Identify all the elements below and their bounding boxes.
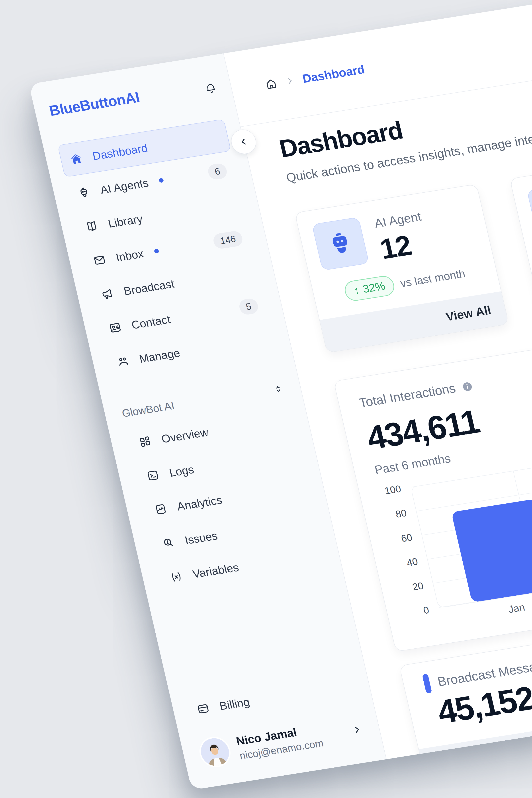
ai-agent-card-main: AI Agent 12 [373, 208, 431, 266]
count-badge: 6 [207, 163, 228, 180]
summary-card-2 [509, 150, 532, 319]
delta-caption: vs last month [399, 267, 467, 290]
book-icon [84, 219, 99, 234]
chevron-up-down-icon [272, 383, 284, 395]
variables-icon [169, 569, 184, 584]
avatar [198, 736, 232, 768]
sidebar-nav: Dashboard AI Agents 6 [57, 119, 278, 380]
sidebar-item-label: Overview [160, 425, 209, 445]
bar-jan [451, 499, 532, 602]
ai-agent-card: AI Agent 12 ↑ 32% vs last month View All [294, 184, 509, 353]
chart-icon [153, 502, 169, 517]
sidebar-item-label: Analytics [176, 493, 224, 513]
total-interactions-card: Total Interactions 434,611 Past 6 months… [334, 320, 532, 652]
notification-bell-icon[interactable] [204, 82, 218, 95]
sidebar-item-label: Logs [168, 463, 195, 479]
chevron-right-icon [351, 724, 362, 735]
mail-icon [92, 253, 107, 268]
delta-badge: ↑ 32% [343, 274, 396, 302]
contact-card-icon [108, 321, 123, 335]
breadcrumb-home-icon[interactable] [264, 77, 279, 91]
sidebar-item-label: Library [107, 212, 144, 230]
brand-logo: BlueButtonAI [48, 89, 141, 119]
y-tick-label: 20 [413, 585, 423, 587]
sidebar-item-label: Manage [138, 346, 181, 365]
unread-dot [159, 178, 164, 183]
sidebar-bottom: Billing Nico Jamal nicoj@enamo.com [185, 669, 368, 768]
app-window: BlueButtonAI Dashboard [29, 0, 532, 790]
sidebar-item-label: AI Agents [99, 176, 150, 196]
profile-text: Nico Jamal nicoj@enamo.com [235, 722, 325, 762]
y-tick-label: 80 [396, 513, 406, 514]
sidebar-item-label: Issues [184, 529, 219, 547]
robot-icon [76, 185, 92, 200]
unread-dot [154, 249, 159, 254]
count-badge: 146 [212, 230, 244, 250]
credit-card-icon [195, 702, 211, 716]
summary-card-2-body [510, 150, 532, 239]
y-tick-label: 40 [407, 561, 418, 563]
blue-marker-icon [422, 673, 432, 694]
people-tile-icon [527, 183, 532, 237]
summary-cards-row: AI Agent 12 ↑ 32% vs last month View All [294, 149, 532, 353]
sidebar-item-label: Billing [218, 695, 251, 712]
breadcrumb-chevron-icon [285, 76, 295, 86]
users-icon [115, 354, 131, 369]
sidebar-item-label: Variables [191, 560, 240, 581]
user-profile[interactable]: Nico Jamal nicoj@enamo.com [195, 715, 368, 768]
up-arrow-icon: ↑ [353, 284, 361, 297]
terminal-icon [145, 468, 161, 483]
grid-icon [137, 435, 153, 449]
y-tick-label: 0 [423, 610, 429, 610]
sidebar-item-label: Dashboard [91, 141, 149, 163]
robot-tile-icon [312, 217, 369, 271]
sidebar-header: BlueButtonAI [48, 76, 218, 120]
search-alert-icon [161, 536, 176, 550]
total-interactions-title: Total Interactions [358, 380, 457, 410]
workspace-label: GlowBot AI [121, 399, 175, 420]
delta-value: 32% [362, 280, 386, 296]
info-icon[interactable] [461, 380, 474, 392]
sidebar-item-label: Contact [130, 313, 172, 331]
card-title: AI Agent [373, 208, 423, 230]
sidebar-item-label: Broadcast [122, 277, 175, 298]
home-icon [69, 152, 84, 166]
y-tick-label: 60 [401, 537, 412, 539]
sidebar-item-label: Inbox [115, 247, 145, 264]
workspace-subnav: Overview Logs Analytics [123, 402, 328, 596]
sidebar-item-billing[interactable]: Billing [185, 669, 358, 727]
breadcrumb-current[interactable]: Dashboard [301, 62, 366, 86]
y-tick-label: 100 [385, 488, 401, 491]
megaphone-icon [99, 287, 115, 301]
count-badge: 5 [238, 298, 260, 316]
